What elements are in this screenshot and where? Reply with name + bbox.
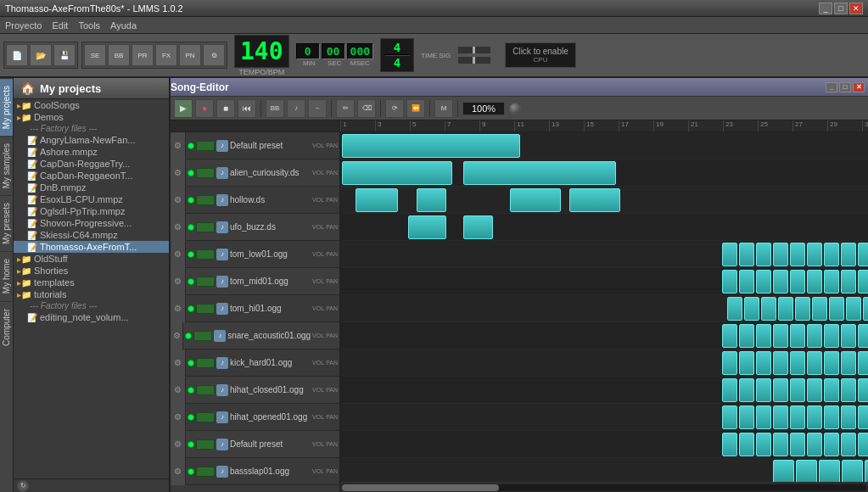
segment-11-4[interactable] [790, 433, 805, 456]
track-gear-3[interactable]: ⚙ [171, 214, 186, 241]
segment-2-0[interactable] [356, 188, 398, 212]
track-mute-8[interactable] [196, 358, 215, 368]
tree-item-factory-files-1[interactable]: --- Factory files --- [14, 123, 169, 134]
track-mute-7[interactable] [193, 331, 212, 341]
segment-11-8[interactable] [858, 433, 868, 456]
tree-item-coolsongs[interactable]: ▸📁CoolSongs [14, 99, 169, 111]
segment-7-2[interactable] [756, 324, 771, 348]
track-gear-0[interactable]: ⚙ [171, 132, 186, 159]
tempo-display[interactable]: 140 [234, 35, 289, 68]
record-button[interactable]: ● [195, 99, 214, 118]
track-led-2[interactable] [188, 197, 194, 204]
track-gear-6[interactable]: ⚙ [171, 295, 186, 322]
tree-item-skiessi[interactable]: 📝Skiessi-C64.mmpz [14, 229, 169, 241]
segment-2-2[interactable] [510, 188, 561, 212]
segment-4-2[interactable] [756, 243, 771, 266]
track-name-9[interactable]: hihat_closed01.ogg [230, 385, 311, 394]
track-led-10[interactable] [188, 414, 194, 421]
segment-9-5[interactable] [807, 378, 822, 402]
segment-0-0[interactable] [342, 134, 520, 158]
track-icon-1[interactable]: ♪ [216, 167, 228, 179]
close-button[interactable]: ✕ [849, 3, 863, 14]
tree-item-demos[interactable]: ▸📁Demos [14, 111, 169, 123]
sidebar-tab-projects[interactable]: My projects [0, 78, 13, 136]
track-mute-9[interactable] [196, 385, 215, 395]
track-icon-12[interactable]: ♪ [216, 466, 228, 478]
segment-10-1[interactable] [739, 405, 754, 429]
segment-4-6[interactable] [824, 243, 839, 266]
segment-4-5[interactable] [807, 243, 822, 266]
tree-item-ashore[interactable]: 📝Ashore.mmpz [14, 146, 169, 158]
piano-roll-btn[interactable]: PR [132, 44, 154, 66]
segment-8-1[interactable] [739, 351, 754, 375]
tree-item-templates[interactable]: ▸📁templates [14, 277, 169, 288]
track-mute-3[interactable] [196, 222, 215, 232]
menu-tools[interactable]: Tools [78, 20, 100, 31]
segment-2-1[interactable] [417, 188, 446, 212]
segment-1-0[interactable] [342, 161, 452, 185]
track-segments-6[interactable] [340, 295, 868, 322]
segment-3-1[interactable] [463, 215, 493, 239]
segment-8-2[interactable] [756, 351, 771, 375]
segment-6-7[interactable] [846, 297, 861, 321]
track-segments-3[interactable] [340, 214, 868, 241]
add-sample-button[interactable]: ♪ [287, 99, 305, 118]
track-icon-8[interactable]: ♪ [216, 357, 228, 369]
segment-5-1[interactable] [739, 270, 754, 294]
track-led-5[interactable] [188, 278, 194, 285]
track-name-0[interactable]: Default preset [230, 141, 311, 150]
segment-1-1[interactable] [463, 161, 616, 185]
stop-button[interactable]: ■ [216, 99, 235, 118]
segment-12-0[interactable] [773, 460, 794, 482]
track-led-11[interactable] [188, 441, 194, 448]
tree-item-capdan1[interactable]: 📝CapDan-ReggaeTry... [14, 158, 169, 170]
track-icon-11[interactable]: ♪ [216, 439, 228, 450]
track-name-8[interactable]: kick_hard01.ogg [230, 358, 311, 367]
segment-6-1[interactable] [744, 297, 759, 321]
segment-4-7[interactable] [841, 243, 856, 266]
segment-4-4[interactable] [790, 243, 805, 266]
segment-9-8[interactable] [858, 378, 868, 402]
track-led-6[interactable] [188, 305, 194, 312]
track-gear-4[interactable]: ⚙ [171, 241, 186, 268]
tree-item-tutorials[interactable]: ▸📁tutorials [14, 288, 169, 300]
track-icon-10[interactable]: ♪ [216, 411, 228, 423]
segment-6-6[interactable] [829, 297, 844, 321]
track-led-12[interactable] [188, 468, 194, 475]
segment-6-3[interactable] [778, 297, 793, 321]
track-name-5[interactable]: tom_mid01.ogg [230, 277, 311, 286]
track-led-7[interactable] [185, 333, 192, 339]
menu-proyecto[interactable]: Proyecto [5, 20, 42, 31]
track-gear-10[interactable]: ⚙ [171, 404, 186, 431]
segment-5-4[interactable] [790, 270, 805, 294]
tracks-scroll[interactable] [340, 132, 868, 482]
save-button[interactable]: 💾 [53, 44, 76, 66]
segment-11-1[interactable] [739, 433, 754, 456]
tree-item-angryLlama[interactable]: 📝AngryLlama-NewFan... [14, 134, 169, 146]
segment-11-3[interactable] [773, 433, 788, 456]
segment-5-8[interactable] [858, 270, 868, 294]
segment-12-2[interactable] [819, 460, 840, 482]
segment-7-4[interactable] [790, 324, 805, 348]
segment-9-6[interactable] [824, 378, 839, 402]
loop-prev[interactable]: ⏪ [406, 99, 425, 118]
track-name-1[interactable]: alien_curiousity.ds [230, 168, 311, 177]
segment-5-6[interactable] [824, 270, 839, 294]
track-icon-0[interactable]: ♪ [216, 140, 228, 152]
segment-6-8[interactable] [863, 297, 868, 321]
track-gear-12[interactable]: ⚙ [171, 458, 186, 485]
tree-item-esoxlb[interactable]: 📝EsoxLB-CPU.mmpz [14, 193, 169, 205]
controller-btn[interactable]: ⚙ [203, 44, 225, 66]
timesig-denominator[interactable]: 4 [384, 56, 410, 70]
sidebar-tab-presets[interactable]: My presets [0, 195, 13, 251]
track-icon-6[interactable]: ♪ [216, 303, 228, 315]
segment-4-8[interactable] [858, 243, 868, 266]
erase-tool[interactable]: ⌫ [357, 99, 376, 118]
track-segments-11[interactable] [340, 431, 868, 458]
segment-10-2[interactable] [756, 405, 771, 429]
segment-12-1[interactable] [796, 460, 817, 482]
segment-7-7[interactable] [841, 324, 856, 348]
segment-8-5[interactable] [807, 351, 822, 375]
sidebar-tab-computer[interactable]: Computer [0, 301, 13, 353]
tree-item-capdan2[interactable]: 📝CapDan-ReggaeonT... [14, 170, 169, 182]
